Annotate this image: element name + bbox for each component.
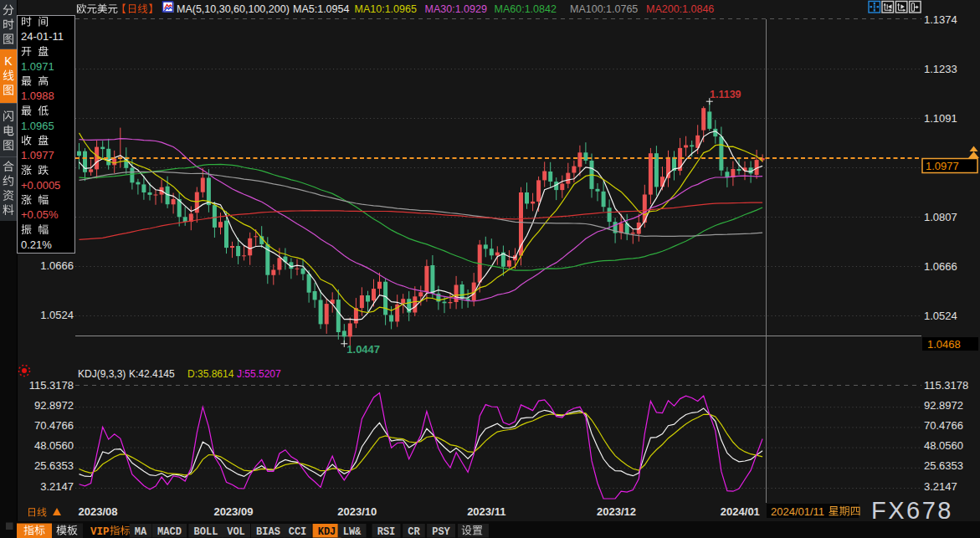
svg-text:1.1139: 1.1139 (710, 89, 741, 100)
svg-text:115.3178: 115.3178 (29, 379, 74, 392)
svg-text:1.0965: 1.0965 (21, 120, 54, 132)
svg-text:MA10:1.0965: MA10:1.0965 (355, 3, 417, 15)
svg-text:VOL: VOL (227, 526, 245, 538)
svg-text:+0.05%: +0.05% (21, 208, 59, 221)
svg-text:115.3178: 115.3178 (924, 379, 968, 392)
svg-text:1.0524: 1.0524 (40, 309, 74, 321)
svg-text:BOLL: BOLL (194, 526, 218, 538)
svg-text:2024/01: 2024/01 (721, 505, 760, 518)
svg-text:K:42.4145: K:42.4145 (129, 368, 175, 380)
svg-text:2023/10: 2023/10 (337, 505, 377, 518)
svg-text:CR: CR (408, 526, 420, 538)
svg-text:48.0560: 48.0560 (924, 439, 963, 452)
svg-text:1.0524: 1.0524 (924, 310, 957, 322)
svg-text:MA: MA (135, 526, 147, 538)
svg-text:3.2147: 3.2147 (40, 480, 74, 493)
svg-text:2023/08: 2023/08 (79, 505, 118, 518)
svg-text:1.0468: 1.0468 (927, 338, 961, 351)
svg-text:1.0977: 1.0977 (926, 160, 959, 172)
svg-text:1.0447: 1.0447 (346, 343, 380, 356)
svg-text:70.4766: 70.4766 (924, 419, 963, 432)
svg-text:PSY: PSY (432, 526, 450, 538)
svg-text:BIAS: BIAS (256, 526, 280, 538)
svg-text:FX678: FX678 (871, 497, 953, 524)
svg-text:25.6353: 25.6353 (34, 459, 74, 472)
svg-text:J:55.5207: J:55.5207 (237, 368, 281, 380)
svg-text:1.0807: 1.0807 (924, 211, 957, 223)
svg-text:1.0977: 1.0977 (21, 149, 54, 161)
svg-text:2023/11: 2023/11 (467, 505, 505, 518)
svg-text:2023/09: 2023/09 (213, 505, 253, 518)
svg-text:CCI: CCI (289, 526, 307, 538)
svg-text:+0.0005: +0.0005 (21, 179, 60, 192)
svg-text:0.21%: 0.21% (21, 238, 52, 251)
svg-text:1.1091: 1.1091 (924, 112, 957, 125)
svg-text:D:35.8614: D:35.8614 (187, 368, 234, 380)
svg-text:KDJ: KDJ (318, 526, 336, 538)
svg-text:1.0666: 1.0666 (924, 260, 957, 273)
svg-text:1.0666: 1.0666 (40, 259, 74, 272)
svg-text:RSI: RSI (377, 526, 396, 538)
svg-text:MA30:1.0929: MA30:1.0929 (425, 3, 487, 15)
svg-text:MACD: MACD (157, 526, 182, 538)
svg-text:1.0971: 1.0971 (21, 60, 54, 73)
svg-text:MA200:1.0846: MA200:1.0846 (646, 3, 714, 15)
svg-text:MA60:1.0842: MA60:1.0842 (495, 3, 557, 15)
svg-text:1.0988: 1.0988 (21, 90, 54, 102)
svg-text:1.1233: 1.1233 (924, 63, 957, 75)
svg-text:LW&: LW& (343, 526, 362, 538)
svg-text:48.0560: 48.0560 (34, 439, 74, 452)
svg-text:VIP: VIP (90, 526, 110, 538)
svg-text:92.8972: 92.8972 (34, 399, 74, 412)
svg-text:3.2147: 3.2147 (924, 480, 957, 493)
svg-text:92.8972: 92.8972 (924, 399, 963, 412)
svg-text:2024/01/11: 2024/01/11 (771, 505, 824, 518)
svg-text:25.6353: 25.6353 (924, 459, 963, 472)
svg-text:K: K (4, 54, 13, 68)
svg-text:1.1374: 1.1374 (924, 13, 957, 26)
svg-text:70.4766: 70.4766 (34, 419, 74, 432)
svg-text:MA(5,10,30,60,100,200): MA(5,10,30,60,100,200) (177, 3, 290, 15)
svg-text:24-01-11: 24-01-11 (21, 30, 64, 43)
svg-text:MA5:1.0954: MA5:1.0954 (293, 3, 349, 15)
svg-text:2023/12: 2023/12 (597, 505, 636, 518)
svg-text:KDJ(9,3,3): KDJ(9,3,3) (78, 368, 126, 380)
svg-text:MA100:1.0765: MA100:1.0765 (570, 3, 638, 15)
